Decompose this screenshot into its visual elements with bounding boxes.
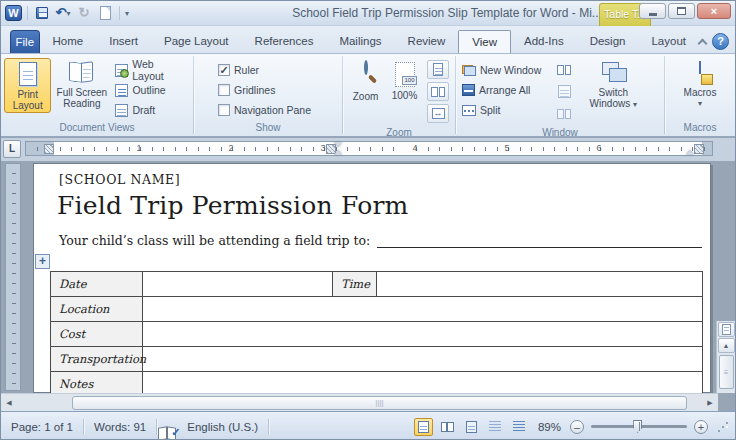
two-pages-button[interactable] <box>427 82 449 101</box>
print-layout-button[interactable]: Print Layout <box>4 58 51 113</box>
horizontal-scrollbar[interactable]: ◀ |||| ▶ <box>1 393 718 411</box>
ruler-checkbox[interactable]: ✓ <box>218 64 230 76</box>
status-web-layout-button[interactable] <box>462 418 481 436</box>
zoom-slider-thumb[interactable] <box>633 420 642 433</box>
status-full-screen-button[interactable] <box>438 418 457 436</box>
tab-add-ins[interactable]: Add-Ins <box>511 30 577 54</box>
right-indent-marker[interactable] <box>686 150 694 155</box>
switch-windows-label2: Windows <box>590 98 631 109</box>
table-column-marker[interactable] <box>694 144 704 154</box>
tab-page-layout[interactable]: Page Layout <box>151 30 242 54</box>
cell-cost-value[interactable] <box>143 322 703 347</box>
zoom-level-label[interactable]: 89% <box>534 421 565 433</box>
table-move-handle[interactable]: + <box>35 254 50 269</box>
minimize-ribbon-icon[interactable] <box>698 39 708 49</box>
language-indicator[interactable]: English (U.S.) <box>177 421 268 433</box>
fill-in-blank-line[interactable] <box>377 234 702 248</box>
web-layout-button[interactable]: Web Layout <box>112 60 190 80</box>
view-ruler-toggle-button[interactable] <box>718 322 735 337</box>
tab-design[interactable]: Design <box>577 30 639 54</box>
title-bar[interactable]: W ↶▾ ↻ ▾ School Field Trip Permission Sl… <box>1 1 735 26</box>
vertical-scrollbar[interactable]: ▲ ≡ ▼ ▲ ○ ▼ <box>716 321 735 393</box>
new-window-button[interactable]: New Window <box>459 60 544 80</box>
vertical-ruler[interactable] <box>5 163 21 391</box>
split-button[interactable]: Split <box>459 100 544 120</box>
gridlines-checkbox-row[interactable]: Gridlines <box>215 80 314 100</box>
cell-time-value[interactable] <box>377 272 703 297</box>
cell-notes-label[interactable]: Notes <box>51 372 143 394</box>
synchronous-scrolling-button[interactable] <box>553 82 575 101</box>
cell-transportation-value[interactable] <box>143 347 703 372</box>
cell-cost-label[interactable]: Cost <box>51 322 143 347</box>
redo-button[interactable]: ↻ <box>75 5 93 22</box>
reset-window-position-button[interactable] <box>553 104 575 123</box>
close-button[interactable]: × <box>697 3 731 19</box>
page-width-button[interactable] <box>427 104 449 123</box>
help-icon: ? <box>717 35 724 47</box>
undo-dropdown-icon[interactable]: ▾ <box>66 9 70 18</box>
scroll-right-button[interactable]: ▶ <box>702 395 718 410</box>
view-side-by-side-button[interactable] <box>553 60 575 79</box>
document-heading[interactable]: Field Trip Permission Form <box>57 191 408 220</box>
new-document-button[interactable] <box>96 5 114 22</box>
cell-notes-value[interactable] <box>143 372 703 394</box>
intro-sentence[interactable]: Your child’s class will be attending a f… <box>59 233 370 248</box>
zoom-out-button[interactable]: – <box>570 420 584 434</box>
full-screen-reading-button[interactable]: Full Screen Reading <box>51 58 112 111</box>
tab-view[interactable]: View <box>458 30 511 54</box>
word-count[interactable]: Words: 91 <box>84 421 156 433</box>
status-draft-button[interactable] <box>510 418 529 436</box>
first-line-indent-marker[interactable] <box>334 142 342 147</box>
tab-review[interactable]: Review <box>395 30 459 54</box>
scroll-up-button[interactable]: ▲ <box>718 338 735 353</box>
vertical-scroll-thumb[interactable]: ≡ <box>719 355 734 389</box>
word-logo-icon[interactable]: W <box>5 5 22 21</box>
cell-location-label[interactable]: Location <box>51 297 143 322</box>
minimize-button[interactable] <box>639 3 666 19</box>
cell-transportation-label[interactable]: Transportation <box>51 347 143 372</box>
help-button[interactable]: ? <box>712 33 729 50</box>
window-resize-grip[interactable] <box>717 421 729 433</box>
table-column-marker[interactable] <box>44 144 54 154</box>
tab-layout[interactable]: Layout <box>638 30 699 54</box>
tab-insert[interactable]: Insert <box>96 30 151 54</box>
tab-home[interactable]: Home <box>40 30 97 54</box>
macros-button[interactable]: Macros ▾ <box>676 58 724 111</box>
status-outline-button[interactable] <box>486 418 505 436</box>
navigation-pane-checkbox-row[interactable]: Navigation Pane <box>215 100 314 120</box>
tab-file[interactable]: File <box>10 30 40 54</box>
horizontal-ruler[interactable]: 1 2 3 4 5 6 <box>25 141 713 156</box>
undo-button[interactable]: ↶▾ <box>54 5 72 22</box>
document-page[interactable]: [SCHOOL NAME] Field Trip Permission Form… <box>33 163 711 393</box>
switch-windows-button[interactable]: Switch Windows ▾ <box>582 58 644 112</box>
save-button[interactable] <box>33 5 51 22</box>
school-name-placeholder[interactable]: [SCHOOL NAME] <box>59 172 180 187</box>
page-width-icon <box>432 108 445 119</box>
horizontal-scroll-thumb[interactable]: |||| <box>72 396 687 410</box>
cell-time-label[interactable]: Time <box>333 272 377 297</box>
tab-stop-selector[interactable]: L <box>3 140 21 158</box>
zoom-slider-track[interactable] <box>591 425 687 428</box>
hanging-indent-marker[interactable] <box>334 150 342 155</box>
navigation-pane-checkbox[interactable] <box>218 104 230 116</box>
gridlines-checkbox[interactable] <box>218 84 230 96</box>
one-page-button[interactable] <box>427 60 449 79</box>
cell-location-value[interactable] <box>143 297 703 322</box>
page-indicator[interactable]: Page: 1 of 1 <box>1 421 83 433</box>
tab-references[interactable]: References <box>242 30 327 54</box>
arrange-all-button[interactable]: Arrange All <box>459 80 544 100</box>
cell-date-label[interactable]: Date <box>51 272 143 297</box>
outline-button[interactable]: Outline <box>112 80 190 100</box>
zoom-in-button[interactable]: + <box>694 420 708 434</box>
permission-slip-table[interactable]: Date Time Location Cost Transportation <box>50 271 703 393</box>
zoom-100-button[interactable]: 100% <box>385 58 424 103</box>
intro-sentence-row[interactable]: Your child’s class will be attending a f… <box>59 233 702 248</box>
status-print-layout-button[interactable] <box>414 418 433 436</box>
ruler-checkbox-row[interactable]: ✓ Ruler <box>215 60 314 80</box>
tab-mailings[interactable]: Mailings <box>326 30 394 54</box>
scroll-left-button[interactable]: ◀ <box>1 395 17 410</box>
maximize-button[interactable] <box>668 3 695 19</box>
zoom-button[interactable]: Zoom <box>346 58 385 104</box>
draft-button[interactable]: Draft <box>112 100 190 120</box>
cell-date-value[interactable] <box>143 272 333 297</box>
